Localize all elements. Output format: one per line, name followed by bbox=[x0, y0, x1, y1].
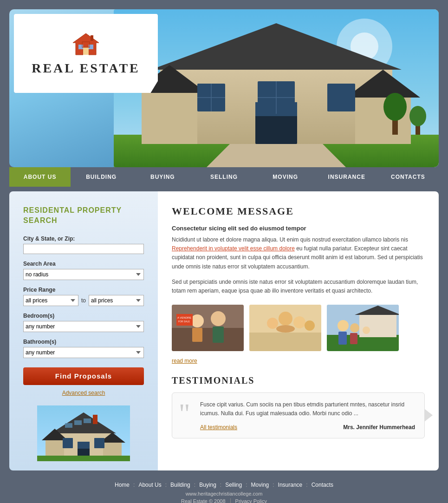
footer-link-building[interactable]: Building bbox=[170, 482, 190, 488]
testimonials-title: TESTIMONIALS bbox=[172, 375, 425, 386]
testimonials-box: " Fusce cipit varius. Cum sociis na pen … bbox=[172, 392, 425, 438]
photos-row: A VENDRE FOR SALE bbox=[172, 305, 425, 351]
svg-rect-18 bbox=[327, 84, 355, 111]
footer-link-about[interactable]: About Us bbox=[138, 482, 161, 488]
nav-item-selling[interactable]: SELLING bbox=[193, 167, 254, 187]
city-input[interactable] bbox=[23, 244, 144, 254]
footer-sep-5: : bbox=[246, 482, 247, 488]
bedrooms-label: Bedroom(s) bbox=[23, 313, 144, 319]
navigation: ABOUT US BUILDING BUYING SELLING MOVING … bbox=[9, 167, 439, 187]
footer-sep-3: : bbox=[194, 482, 195, 488]
svg-rect-41 bbox=[37, 456, 130, 461]
svg-rect-45 bbox=[84, 418, 91, 423]
nav-item-insurance[interactable]: INSURANCE bbox=[316, 167, 377, 187]
nav-item-buying[interactable]: BUYING bbox=[132, 167, 193, 187]
bathrooms-label: Bathroom(s) bbox=[23, 339, 144, 345]
footer-sep-7: : bbox=[306, 482, 307, 488]
footer-link-insurance[interactable]: Insurance bbox=[278, 482, 303, 488]
sidebar-house-illustration bbox=[37, 405, 130, 461]
photo-thumbnail-1: A VENDRE FOR SALE bbox=[172, 305, 244, 351]
footer-copyright: Real Estate © 2008 Privacy Policy bbox=[9, 498, 439, 503]
svg-rect-51 bbox=[213, 327, 224, 343]
testimonials-container: " Fusce cipit varius. Cum sociis na pen … bbox=[172, 392, 425, 438]
nav-item-about[interactable]: ABOUT US bbox=[9, 167, 71, 187]
svg-point-50 bbox=[211, 311, 226, 326]
bathrooms-select[interactable]: any number 1 2 3+ bbox=[23, 347, 144, 358]
nav-item-contacts[interactable]: CONTACTS bbox=[377, 167, 439, 187]
main-content: RESIDENTAL PROPERTY SEARCH City & State,… bbox=[9, 191, 439, 470]
svg-rect-40 bbox=[78, 442, 90, 449]
svg-rect-63 bbox=[327, 335, 399, 351]
price-row: all prices $100,000 $200,000 $500,000 to… bbox=[23, 295, 144, 306]
footer-divider bbox=[230, 498, 231, 503]
testimonial-author[interactable]: Mrs. Jennifer Hummerhead bbox=[343, 424, 415, 431]
testimonial-footer: All testimonials Mrs. Jennifer Hummerhea… bbox=[200, 424, 415, 431]
svg-rect-69 bbox=[338, 332, 347, 345]
testimonial-text: Fusce cipit varius. Cum sociis na pen ti… bbox=[200, 400, 415, 418]
footer-nav: Home : About Us : Building : Buying : Se… bbox=[9, 482, 439, 488]
footer-sep-2: : bbox=[165, 482, 167, 488]
svg-point-68 bbox=[363, 327, 370, 334]
find-proposals-button[interactable]: Find Proposals bbox=[23, 367, 144, 385]
photo-thumbnail-3 bbox=[327, 305, 399, 351]
search-area-select[interactable]: no radius 5 miles 10 miles 25 miles bbox=[23, 269, 144, 280]
svg-point-48 bbox=[191, 314, 204, 327]
right-content: WELCOME MESSAGE Consectetur sicing elit … bbox=[158, 191, 439, 470]
svg-point-58 bbox=[279, 312, 292, 326]
svg-rect-5 bbox=[91, 35, 93, 41]
svg-rect-19 bbox=[255, 111, 297, 144]
svg-rect-49 bbox=[192, 328, 202, 342]
photo-thumbnail-2 bbox=[249, 305, 321, 351]
bathrooms-group: Bathroom(s) any number 1 2 3+ bbox=[23, 339, 144, 358]
svg-rect-44 bbox=[74, 420, 82, 425]
footer-url: www.heritagechristiancollege.com bbox=[9, 491, 439, 496]
svg-point-61 bbox=[276, 325, 295, 333]
footer-copyright-text: Real Estate © 2008 bbox=[181, 498, 226, 503]
svg-point-67 bbox=[350, 323, 359, 333]
sidebar: RESIDENTAL PROPERTY SEARCH City & State,… bbox=[9, 191, 158, 470]
nav-item-building[interactable]: BUILDING bbox=[71, 167, 132, 187]
read-more-link[interactable]: read more bbox=[172, 358, 425, 364]
footer-sep-4: : bbox=[220, 482, 221, 488]
welcome-title: WELCOME MESSAGE bbox=[172, 205, 425, 217]
house-logo-icon bbox=[72, 32, 100, 57]
nav-item-moving[interactable]: MOVING bbox=[255, 167, 316, 187]
footer-link-moving[interactable]: Moving bbox=[251, 482, 269, 488]
svg-rect-56 bbox=[249, 333, 321, 351]
svg-rect-43 bbox=[65, 423, 72, 428]
svg-rect-42 bbox=[93, 415, 97, 424]
svg-point-57 bbox=[267, 318, 278, 329]
house-photo bbox=[114, 9, 439, 167]
svg-point-27 bbox=[383, 93, 407, 121]
footer-privacy-link[interactable]: Privacy Policy bbox=[235, 498, 267, 503]
bedrooms-select[interactable]: any number 1 2 3 4+ bbox=[23, 321, 144, 332]
welcome-text-1: Ncididunt ut labore et dolore magna aliq… bbox=[172, 236, 408, 243]
welcome-link[interactable]: Reprehenderit in voluptate velit esse ci… bbox=[172, 245, 295, 252]
svg-rect-37 bbox=[63, 438, 73, 448]
svg-point-60 bbox=[305, 320, 315, 331]
footer-link-selling[interactable]: Selling bbox=[225, 482, 242, 488]
footer-link-contacts[interactable]: Contacts bbox=[312, 482, 333, 488]
svg-text:A VENDRE: A VENDRE bbox=[177, 316, 191, 319]
svg-text:FOR SALE: FOR SALE bbox=[178, 320, 190, 323]
city-field-group: City & State, or Zip: bbox=[23, 235, 144, 254]
footer-sep-1: : bbox=[133, 482, 135, 488]
svg-rect-12 bbox=[142, 93, 197, 144]
price-to-select[interactable]: all prices $200,000 $500,000 $1,000,000 bbox=[89, 295, 144, 306]
footer-link-home[interactable]: Home bbox=[115, 482, 130, 488]
welcome-text-paragraph2: Sed ut perspiciatis unde omnis iste natu… bbox=[172, 278, 425, 295]
price-range-group: Price Range all prices $100,000 $200,000… bbox=[23, 287, 144, 306]
price-from-select[interactable]: all prices $100,000 $200,000 $500,000 bbox=[23, 295, 78, 306]
footer-link-buying[interactable]: Buying bbox=[199, 482, 216, 488]
logo-box: REAL ESTATE bbox=[14, 14, 158, 93]
footer: Home : About Us : Building : Buying : Se… bbox=[9, 475, 439, 503]
speech-bubble-arrow bbox=[424, 409, 433, 422]
advanced-search-link[interactable]: Advanced search bbox=[23, 390, 144, 396]
svg-rect-64 bbox=[359, 314, 396, 337]
search-area-label: Search Area bbox=[23, 261, 144, 267]
svg-marker-25 bbox=[207, 144, 346, 167]
footer-sep-6: : bbox=[273, 482, 274, 488]
svg-point-29 bbox=[409, 106, 426, 126]
all-testimonials-link[interactable]: All testimonials bbox=[200, 424, 237, 431]
price-to-label: to bbox=[81, 297, 86, 304]
